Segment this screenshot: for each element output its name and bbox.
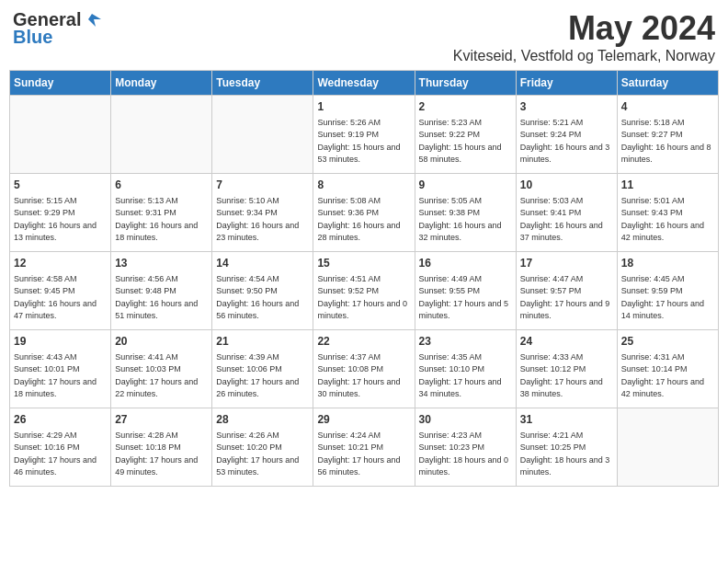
calendar-week-row: 19Sunrise: 4:43 AM Sunset: 10:01 PM Dayl… (10, 330, 719, 408)
calendar-cell: 21Sunrise: 4:39 AM Sunset: 10:06 PM Dayl… (212, 330, 313, 408)
day-info: Sunrise: 4:37 AM Sunset: 10:08 PM Daylig… (317, 351, 410, 401)
calendar-cell: 13Sunrise: 4:56 AM Sunset: 9:48 PM Dayli… (111, 252, 212, 330)
day-number: 17 (520, 256, 613, 271)
calendar-cell: 29Sunrise: 4:24 AM Sunset: 10:21 PM Dayl… (313, 408, 415, 487)
calendar-cell: 19Sunrise: 4:43 AM Sunset: 10:01 PM Dayl… (10, 330, 111, 408)
calendar-cell: 27Sunrise: 4:28 AM Sunset: 10:18 PM Dayl… (111, 408, 212, 487)
calendar-cell: 26Sunrise: 4:29 AM Sunset: 10:16 PM Dayl… (10, 408, 111, 487)
calendar-cell: 23Sunrise: 4:35 AM Sunset: 10:10 PM Dayl… (415, 330, 516, 408)
day-number: 25 (621, 334, 714, 350)
weekday-header-thursday: Thursday (415, 71, 516, 96)
day-info: Sunrise: 4:45 AM Sunset: 9:59 PM Dayligh… (621, 273, 714, 323)
calendar-cell (617, 408, 718, 487)
calendar-cell: 12Sunrise: 4:58 AM Sunset: 9:45 PM Dayli… (10, 252, 111, 330)
calendar-cell: 30Sunrise: 4:23 AM Sunset: 10:23 PM Dayl… (415, 408, 516, 487)
svg-marker-0 (88, 14, 101, 27)
day-number: 3 (520, 99, 613, 115)
logo-blue-text: Blue (13, 27, 52, 48)
calendar-cell: 24Sunrise: 4:33 AM Sunset: 10:12 PM Dayl… (516, 330, 617, 408)
day-number: 15 (317, 256, 410, 271)
day-number: 14 (216, 256, 309, 271)
day-number: 7 (216, 178, 309, 193)
day-info: Sunrise: 5:21 AM Sunset: 9:24 PM Dayligh… (520, 117, 613, 167)
calendar-cell (10, 96, 111, 174)
day-info: Sunrise: 5:01 AM Sunset: 9:43 PM Dayligh… (621, 195, 714, 245)
day-info: Sunrise: 4:56 AM Sunset: 9:48 PM Dayligh… (115, 273, 208, 323)
day-number: 31 (520, 412, 613, 428)
calendar-cell: 4Sunrise: 5:18 AM Sunset: 9:27 PM Daylig… (617, 96, 718, 174)
day-info: Sunrise: 4:41 AM Sunset: 10:03 PM Daylig… (115, 351, 208, 401)
calendar-cell: 16Sunrise: 4:49 AM Sunset: 9:55 PM Dayli… (415, 252, 516, 330)
calendar-cell: 10Sunrise: 5:03 AM Sunset: 9:41 PM Dayli… (516, 174, 617, 252)
day-number: 23 (419, 334, 512, 350)
logo-bird-icon (83, 10, 103, 30)
month-year-title: May 2024 (453, 9, 715, 48)
calendar-cell: 28Sunrise: 4:26 AM Sunset: 10:20 PM Dayl… (212, 408, 313, 487)
calendar-cell (212, 96, 313, 174)
day-number: 13 (115, 256, 208, 271)
calendar-cell: 31Sunrise: 4:21 AM Sunset: 10:25 PM Dayl… (516, 408, 617, 487)
day-info: Sunrise: 4:29 AM Sunset: 10:16 PM Daylig… (14, 430, 107, 479)
day-number: 21 (216, 334, 309, 350)
day-number: 16 (419, 256, 512, 271)
calendar-week-row: 1Sunrise: 5:26 AM Sunset: 9:19 PM Daylig… (10, 96, 719, 174)
day-number: 6 (115, 178, 208, 193)
calendar-cell: 17Sunrise: 4:47 AM Sunset: 9:57 PM Dayli… (516, 252, 617, 330)
day-number: 12 (14, 256, 107, 271)
day-number: 5 (14, 178, 107, 193)
day-number: 9 (419, 178, 512, 193)
day-number: 29 (317, 412, 410, 428)
weekday-header-sunday: Sunday (10, 71, 111, 96)
day-info: Sunrise: 4:43 AM Sunset: 10:01 PM Daylig… (14, 351, 107, 401)
day-info: Sunrise: 4:31 AM Sunset: 10:14 PM Daylig… (621, 351, 714, 401)
calendar-week-row: 12Sunrise: 4:58 AM Sunset: 9:45 PM Dayli… (10, 252, 719, 330)
day-info: Sunrise: 4:35 AM Sunset: 10:10 PM Daylig… (419, 351, 512, 401)
day-info: Sunrise: 5:03 AM Sunset: 9:41 PM Dayligh… (520, 195, 613, 245)
calendar-cell: 22Sunrise: 4:37 AM Sunset: 10:08 PM Dayl… (313, 330, 415, 408)
calendar-cell: 18Sunrise: 4:45 AM Sunset: 9:59 PM Dayli… (617, 252, 718, 330)
day-info: Sunrise: 4:23 AM Sunset: 10:23 PM Daylig… (419, 430, 512, 479)
day-info: Sunrise: 5:10 AM Sunset: 9:34 PM Dayligh… (216, 195, 309, 245)
day-info: Sunrise: 4:21 AM Sunset: 10:25 PM Daylig… (520, 430, 613, 479)
calendar-cell: 8Sunrise: 5:08 AM Sunset: 9:36 PM Daylig… (313, 174, 415, 252)
calendar-cell: 25Sunrise: 4:31 AM Sunset: 10:14 PM Dayl… (617, 330, 718, 408)
calendar-cell: 7Sunrise: 5:10 AM Sunset: 9:34 PM Daylig… (212, 174, 313, 252)
day-number: 27 (115, 412, 208, 428)
calendar-cell: 5Sunrise: 5:15 AM Sunset: 9:29 PM Daylig… (10, 174, 111, 252)
calendar-cell (111, 96, 212, 174)
calendar-week-row: 26Sunrise: 4:29 AM Sunset: 10:16 PM Dayl… (10, 408, 719, 487)
day-number: 30 (419, 412, 512, 428)
day-info: Sunrise: 5:08 AM Sunset: 9:36 PM Dayligh… (317, 195, 410, 245)
day-number: 1 (317, 99, 410, 115)
weekday-header-friday: Friday (516, 71, 617, 96)
calendar-cell: 20Sunrise: 4:41 AM Sunset: 10:03 PM Dayl… (111, 330, 212, 408)
location-subtitle: Kviteseid, Vestfold og Telemark, Norway (453, 48, 715, 64)
calendar-header-row: SundayMondayTuesdayWednesdayThursdayFrid… (10, 71, 719, 96)
day-number: 28 (216, 412, 309, 428)
day-number: 8 (317, 178, 410, 193)
calendar-cell: 11Sunrise: 5:01 AM Sunset: 9:43 PM Dayli… (617, 174, 718, 252)
day-info: Sunrise: 4:39 AM Sunset: 10:06 PM Daylig… (216, 351, 309, 401)
calendar-cell: 14Sunrise: 4:54 AM Sunset: 9:50 PM Dayli… (212, 252, 313, 330)
day-info: Sunrise: 4:58 AM Sunset: 9:45 PM Dayligh… (14, 273, 107, 323)
calendar-cell: 1Sunrise: 5:26 AM Sunset: 9:19 PM Daylig… (313, 96, 415, 174)
day-info: Sunrise: 5:13 AM Sunset: 9:31 PM Dayligh… (115, 195, 208, 245)
day-number: 22 (317, 334, 410, 350)
calendar-week-row: 5Sunrise: 5:15 AM Sunset: 9:29 PM Daylig… (10, 174, 719, 252)
day-info: Sunrise: 5:15 AM Sunset: 9:29 PM Dayligh… (14, 195, 107, 245)
calendar-table: SundayMondayTuesdayWednesdayThursdayFrid… (9, 70, 719, 487)
day-info: Sunrise: 5:23 AM Sunset: 9:22 PM Dayligh… (419, 117, 512, 167)
weekday-header-tuesday: Tuesday (212, 71, 313, 96)
day-info: Sunrise: 4:28 AM Sunset: 10:18 PM Daylig… (115, 430, 208, 479)
weekday-header-wednesday: Wednesday (313, 71, 415, 96)
day-number: 10 (520, 178, 613, 193)
day-info: Sunrise: 4:54 AM Sunset: 9:50 PM Dayligh… (216, 273, 309, 323)
calendar-cell: 6Sunrise: 5:13 AM Sunset: 9:31 PM Daylig… (111, 174, 212, 252)
day-info: Sunrise: 4:24 AM Sunset: 10:21 PM Daylig… (317, 430, 410, 479)
day-info: Sunrise: 5:18 AM Sunset: 9:27 PM Dayligh… (621, 117, 714, 167)
title-section: May 2024 Kviteseid, Vestfold og Telemark… (453, 9, 715, 64)
day-number: 24 (520, 334, 613, 350)
day-info: Sunrise: 4:33 AM Sunset: 10:12 PM Daylig… (520, 351, 613, 401)
day-number: 11 (621, 178, 714, 193)
day-info: Sunrise: 4:47 AM Sunset: 9:57 PM Dayligh… (520, 273, 613, 323)
